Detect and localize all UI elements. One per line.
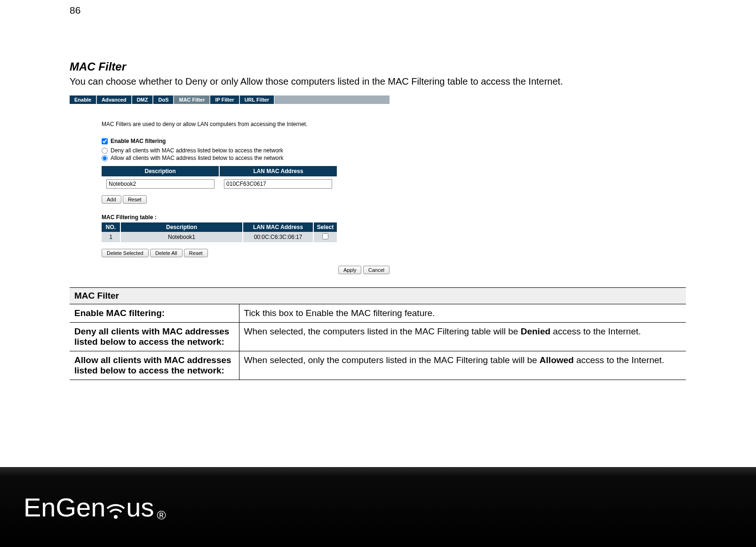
brand-pre: EnGen (24, 492, 105, 523)
tab-mac-filter[interactable]: MAC Filter (174, 95, 210, 104)
explain-row2-right: When selected, the computers listed in t… (239, 323, 686, 351)
filter-th-desc: Description (120, 222, 243, 232)
tab-dmz[interactable]: DMZ (132, 95, 154, 104)
row-mac: 00:0C:C6:3C:06:17 (243, 232, 313, 242)
explain-row3-right: When selected, only the computers listed… (239, 351, 686, 380)
add-button[interactable]: Add (102, 195, 121, 204)
filter-th-no: NO. (102, 222, 120, 232)
mac-address-input[interactable] (224, 179, 332, 189)
section-title: MAC Filter (70, 60, 686, 73)
row-select-checkbox[interactable] (322, 233, 328, 239)
input-header-desc: Description (102, 166, 219, 176)
registered-icon: ® (157, 508, 166, 523)
tab-bar: Enable Advanced DMZ DoS MAC Filter IP Fi… (70, 95, 390, 104)
svg-point-0 (114, 515, 118, 519)
explain-row1-right: Tick this box to Enable the MAC filterin… (239, 304, 686, 323)
wifi-icon (106, 496, 125, 523)
mac-filter-note: MAC Filters are used to deny or allow LA… (102, 121, 390, 127)
tab-dos[interactable]: DoS (153, 95, 174, 104)
reset-table-button[interactable]: Reset (184, 249, 208, 257)
tab-bar-spacer (275, 95, 390, 104)
deny-radio[interactable] (102, 148, 108, 154)
allow-radio-label: Allow all clients with MAC address liste… (111, 155, 284, 161)
filter-th-select: Select (313, 222, 337, 232)
explain-row3-left: Allow all clients with MAC addresses lis… (70, 351, 239, 380)
explain-row1-left: Enable MAC filtering: (70, 304, 239, 323)
explain-header: MAC Filter (70, 288, 686, 304)
page-number: 86 (70, 5, 80, 16)
filter-table-title: MAC Filtering table : (102, 214, 390, 221)
deny-radio-label: Deny all clients with MAC address listed… (111, 147, 283, 154)
router-screenshot: Enable Advanced DMZ DoS MAC Filter IP Fi… (70, 95, 390, 274)
allow-radio[interactable] (102, 155, 108, 161)
filter-th-mac: LAN MAC Address (243, 222, 313, 232)
explain-row2-left: Deny all clients with MAC addresses list… (70, 323, 239, 351)
description-input[interactable] (106, 179, 215, 189)
enable-mac-checkbox[interactable] (102, 138, 108, 144)
input-table: Description LAN MAC Address (102, 166, 337, 191)
delete-selected-button[interactable]: Delete Selected (102, 249, 149, 257)
footer: EnGen us® (0, 467, 756, 547)
table-row: 1 Notebook1 00:0C:C6:3C:06:17 (102, 232, 337, 242)
brand-logo: EnGen us® (24, 492, 166, 523)
tab-advanced[interactable]: Advanced (97, 95, 132, 104)
tab-ip-filter[interactable]: IP Filter (210, 95, 239, 104)
tab-enable[interactable]: Enable (70, 95, 97, 104)
row-no: 1 (102, 232, 120, 242)
row-desc: Notebook1 (120, 232, 243, 242)
section-description: You can choose whether to Deny or only A… (70, 76, 686, 87)
apply-button[interactable]: Apply (338, 266, 362, 274)
enable-mac-label: Enable MAC filtering (111, 138, 166, 144)
tab-url-filter[interactable]: URL Filter (240, 95, 275, 104)
content-area: MAC Filter You can choose whether to Den… (70, 60, 686, 380)
brand-post: us (126, 492, 154, 523)
reset-button[interactable]: Reset (123, 195, 147, 204)
cancel-button[interactable]: Cancel (363, 266, 390, 274)
explanation-table: MAC Filter Enable MAC filtering: Tick th… (70, 287, 686, 380)
filter-table: NO. Description LAN MAC Address Select 1… (102, 222, 337, 242)
delete-all-button[interactable]: Delete All (150, 249, 182, 257)
input-header-mac: LAN MAC Address (219, 166, 337, 176)
